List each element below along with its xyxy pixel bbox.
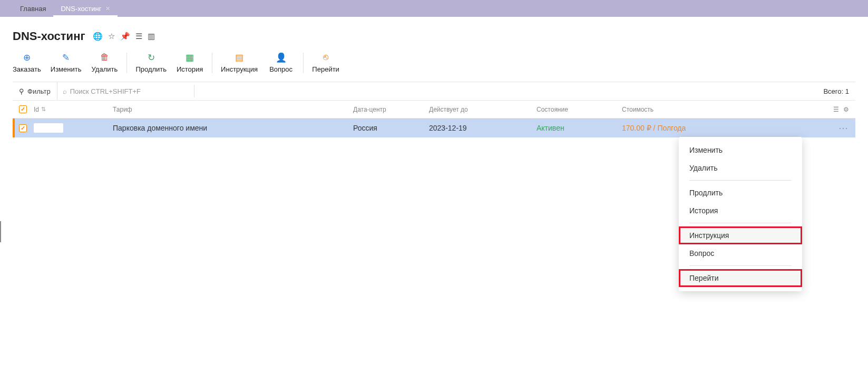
prolong-button[interactable]: ↻ Продлить [135,53,167,73]
filter-bar: ⚲ Фильтр ⌕ Всего: 1 [13,82,855,101]
tab-bar: Главная DNS-хостинг ✕ [0,0,868,17]
column-tariff[interactable]: Тариф [113,106,353,113]
edit-button[interactable]: ✎ Изменить [51,53,82,73]
tab-label: DNS-хостинг [61,5,101,13]
pin-icon[interactable]: 📌 [120,32,130,41]
ctx-edit[interactable]: Изменить [679,141,802,159]
star-icon[interactable]: ☆ [108,32,115,41]
history-label: История [177,65,203,73]
column-state[interactable]: Состояние [537,106,622,113]
row-checkbox[interactable]: ✓ [19,124,27,132]
order-label: Заказать [13,65,41,73]
search-icon: ⌕ [63,87,67,95]
row-valid-until: 2023-12-19 [429,124,537,132]
delete-button[interactable]: 🗑 Удалить [91,53,118,73]
close-icon[interactable]: ✕ [105,5,110,12]
density-icon[interactable]: ☰ [833,106,839,113]
row-more-button[interactable]: ⋯ [834,122,849,134]
question-button[interactable]: 👤 Вопрос [267,53,295,73]
page-title: DNS-хостинг [13,29,85,43]
row-id [34,123,63,133]
column-valid-label: Действует до [429,106,468,113]
prolong-label: Продлить [135,65,167,73]
row-tariff: Парковка доменного имени [113,124,353,132]
row-cost: 170.00 ₽ / Полгода [622,124,783,132]
history-button[interactable]: ▦ История [176,53,203,73]
document-icon: ▤ [235,53,244,62]
divider [689,180,792,181]
gear-icon[interactable]: ⚙ [843,106,849,113]
ctx-goto[interactable]: Перейти [679,269,802,287]
page-header: DNS-хостинг 🌐 ☆ 📌 ☰ ▥ [13,29,855,43]
divider [689,265,792,266]
tab-dns-hosting[interactable]: DNS-хостинг ✕ [53,0,118,17]
goto-label: Перейти [312,65,339,73]
instruction-button[interactable]: ▤ Инструкция [221,53,258,73]
ctx-delete[interactable]: Удалить [679,159,802,177]
list-icon[interactable]: ☰ [135,32,142,41]
ctx-question[interactable]: Вопрос [679,244,802,262]
tab-label: Главная [20,5,46,13]
sort-icon: ⇅ [41,106,46,113]
column-datacenter-label: Дата-центр [353,106,386,113]
goto-button[interactable]: ⎋ Перейти [312,53,339,73]
clock-refresh-icon: ↻ [147,53,156,62]
divider [194,85,194,97]
columns-icon[interactable]: ▥ [148,32,155,41]
column-cost[interactable]: Стоимость [622,106,783,113]
search-input[interactable] [70,87,186,95]
column-id[interactable]: Id ⇅ [34,106,113,113]
column-id-label: Id [34,106,39,113]
order-button[interactable]: ⊕ Заказать [13,53,41,73]
select-all-checkbox[interactable]: ✓ [19,105,27,113]
table-header: ✓ Id ⇅ Тариф Дата-центр Действует до Сос… [13,101,855,118]
column-tariff-label: Тариф [113,106,132,113]
ctx-history[interactable]: История [679,202,802,220]
exit-icon: ⎋ [321,53,330,62]
trash-icon: 🗑 [100,53,109,62]
delete-label: Удалить [92,65,118,73]
column-valid-until[interactable]: Действует до [429,106,537,113]
filter-icon: ⚲ [19,87,24,95]
column-cost-label: Стоимость [622,106,654,113]
calendar-icon: ▦ [185,53,194,62]
filter-label: Фильтр [27,87,51,95]
globe-icon[interactable]: 🌐 [93,32,103,41]
header-actions: 🌐 ☆ 📌 ☰ ▥ [93,32,155,41]
edit-label: Изменить [51,65,82,73]
column-datacenter[interactable]: Дата-центр [353,106,429,113]
total-count: Всего: 1 [823,87,849,95]
context-menu: Изменить Удалить Продлить История Инстру… [679,137,802,291]
instruction-label: Инструкция [221,65,258,73]
tab-main[interactable]: Главная [13,0,53,17]
toolbar: ⊕ Заказать ✎ Изменить 🗑 Удалить ↻ Продли… [13,53,855,73]
plus-circle-icon: ⊕ [22,53,32,62]
filter-button[interactable]: ⚲ Фильтр [19,87,57,95]
divider [689,223,792,223]
left-edge-handle[interactable] [0,221,5,242]
pencil-icon: ✎ [61,53,71,62]
question-label: Вопрос [269,65,292,73]
row-state: Активен [537,124,622,132]
row-datacenter: Россия [353,124,429,132]
column-state-label: Состояние [537,106,568,113]
search-wrap: ⌕ [57,82,194,100]
table-row[interactable]: ✓ Парковка доменного имени Россия 2023-1… [13,118,855,137]
ctx-instruction[interactable]: Инструкция [679,226,802,244]
person-question-icon: 👤 [276,53,286,62]
ctx-prolong[interactable]: Продлить [679,184,802,202]
